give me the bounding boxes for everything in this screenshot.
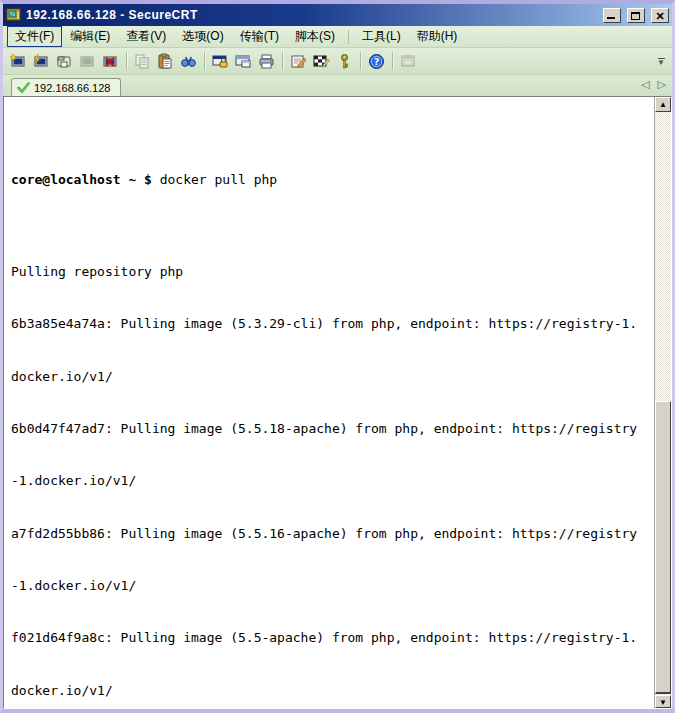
tab-scroll-left-button[interactable]: ◁ (641, 78, 649, 91)
menu-bar: 文件(F) 编辑(E) 查看(V) 选项(O) 传输(T) 脚本(S) 工具(L… (3, 26, 672, 48)
minimize-icon (607, 17, 615, 19)
minimize-button[interactable] (603, 8, 621, 23)
menu-options[interactable]: 选项(O) (174, 26, 231, 47)
help-button[interactable]: ? (365, 50, 388, 73)
reconnect-icon (79, 53, 96, 70)
connect-dialog-icon (10, 53, 27, 70)
toolbar-separator (204, 52, 205, 70)
toolbar-separator (392, 52, 393, 70)
close-icon: ✕ (652, 9, 668, 22)
prompt-line: core@localhost ~ $ docker pull php (11, 173, 654, 186)
arrow-up-icon: ▲ (659, 100, 667, 109)
paste-icon (157, 53, 174, 70)
terminal-window-icon (235, 53, 252, 70)
menu-help[interactable]: 帮助(H) (409, 26, 466, 47)
connect-in-tab-button[interactable] (53, 50, 76, 73)
session-tab[interactable]: 192.168.66.128 (11, 78, 121, 96)
tab-bar: 192.168.66.128 ◁ ▷ (3, 75, 672, 96)
tab-scroll-right-button[interactable]: ▷ (658, 78, 666, 91)
menu-transfer[interactable]: 传输(T) (232, 26, 287, 47)
menu-view[interactable]: 查看(V) (118, 26, 174, 47)
toolbar-separator (360, 52, 361, 70)
scrollbar-track[interactable] (655, 112, 671, 708)
keymap-icon (313, 53, 330, 70)
scrollbar-thumb[interactable] (655, 401, 671, 694)
disconnect-icon (102, 53, 119, 70)
shell-prompt: core@localhost ~ $ (11, 172, 160, 187)
terminal-frame: core@localhost ~ $ docker pull php Pulli… (3, 96, 672, 709)
session-options-button[interactable] (287, 50, 310, 73)
maximize-icon (631, 12, 640, 20)
svg-text:?: ? (374, 57, 379, 67)
session-options-icon (290, 53, 307, 70)
vertical-scrollbar[interactable]: ▲ ▼ (654, 97, 671, 708)
app-window-icon (400, 53, 417, 70)
app-window-button[interactable] (397, 50, 420, 73)
copy-button[interactable] (131, 50, 154, 73)
toolbar: ? ▼ (3, 48, 672, 75)
securecrt-window: 192.168.66.128 - SecureCRT ✕ 文件(F) 编辑(E)… (0, 0, 675, 713)
find-icon (180, 53, 197, 70)
paste-button[interactable] (154, 50, 177, 73)
chevron-down-icon: ▼ (657, 61, 665, 65)
terminal-lock-icon (212, 53, 229, 70)
terminal-line: -1.docker.io/v1/ (11, 474, 654, 487)
terminal-lines: Pulling repository php 6b3a85e4a74a: Pul… (11, 212, 654, 708)
shell-command: docker pull php (160, 172, 277, 187)
scroll-down-button[interactable]: ▼ (655, 695, 671, 708)
key-icon (336, 53, 353, 70)
tab-label: 192.168.66.128 (34, 82, 110, 94)
keymap-button[interactable] (310, 50, 333, 73)
connect-dialog-button[interactable] (7, 50, 30, 73)
window-title: 192.168.66.128 - SecureCRT (26, 8, 597, 22)
toolbar-overflow-button[interactable]: ▼ (654, 51, 668, 71)
title-bar[interactable]: 192.168.66.128 - SecureCRT ✕ (3, 4, 672, 26)
reconnect-button[interactable] (76, 50, 99, 73)
copy-icon (134, 53, 151, 70)
menu-edit[interactable]: 编辑(E) (62, 26, 118, 47)
menu-file[interactable]: 文件(F) (7, 26, 62, 47)
print-button[interactable] (255, 50, 278, 73)
terminal-line: docker.io/v1/ (11, 370, 654, 383)
terminal-line: docker.io/v1/ (11, 684, 654, 697)
terminal-line: f021d64f9a8c: Pulling image (5.5-apache)… (11, 631, 654, 644)
menu-script[interactable]: 脚本(S) (287, 26, 343, 47)
terminal-output[interactable]: core@localhost ~ $ docker pull php Pulli… (4, 97, 654, 708)
securecrt-app-icon (6, 7, 22, 23)
toolbar-separator (126, 52, 127, 70)
quick-connect-icon (33, 53, 50, 70)
maximize-button[interactable] (627, 8, 645, 23)
connect-in-tab-icon (56, 53, 73, 70)
scroll-up-button[interactable]: ▲ (655, 97, 671, 112)
help-icon: ? (368, 53, 385, 70)
connected-check-icon (17, 81, 30, 94)
terminal-line: Pulling repository php (11, 265, 654, 278)
terminal-lock-button[interactable] (209, 50, 232, 73)
toolbar-separator (282, 52, 283, 70)
close-button[interactable]: ✕ (651, 8, 669, 23)
quick-connect-button[interactable] (30, 50, 53, 73)
terminal-line: -1.docker.io/v1/ (11, 579, 654, 592)
terminal-line: 6b0d47f47ad7: Pulling image (5.5.18-apac… (11, 422, 654, 435)
menu-tools[interactable]: 工具(L) (354, 26, 409, 47)
terminal-line: 6b3a85e4a74a: Pulling image (5.3.29-cli)… (11, 317, 654, 330)
find-button[interactable] (177, 50, 200, 73)
disconnect-button[interactable] (99, 50, 122, 73)
terminal-line: a7fd2d55bb86: Pulling image (5.5.16-apac… (11, 527, 654, 540)
print-icon (258, 53, 275, 70)
arrow-down-icon: ▼ (659, 698, 667, 707)
terminal-window-button[interactable] (232, 50, 255, 73)
key-button[interactable] (333, 50, 356, 73)
menu-divider (348, 30, 349, 44)
